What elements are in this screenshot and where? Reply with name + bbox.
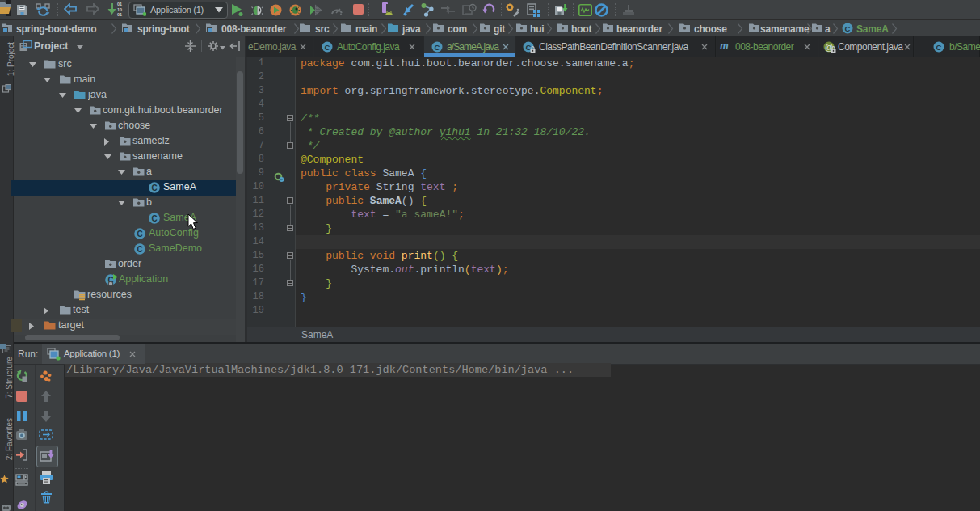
- svg-text:C: C: [137, 245, 142, 254]
- svg-text:C: C: [137, 230, 142, 239]
- svg-text:C: C: [936, 43, 942, 52]
- svg-text:C: C: [435, 43, 440, 52]
- svg-text:C: C: [845, 24, 851, 33]
- svg-text:C: C: [325, 43, 330, 52]
- svg-text:C: C: [151, 184, 157, 192]
- svg-text:C: C: [151, 214, 157, 223]
